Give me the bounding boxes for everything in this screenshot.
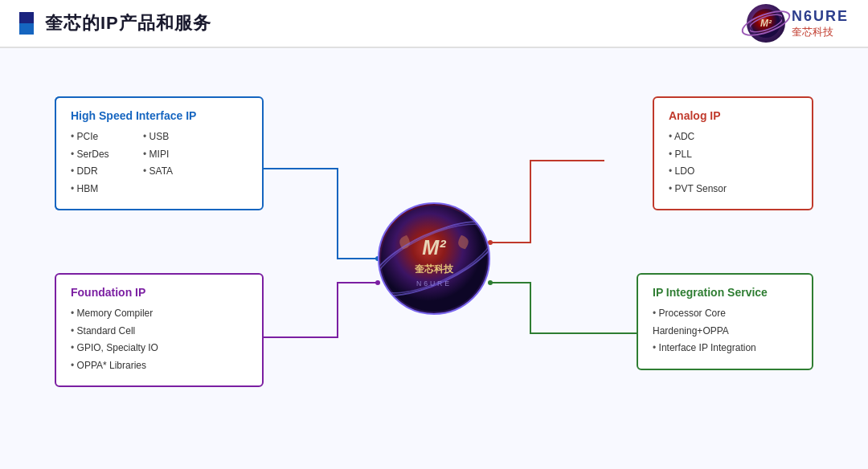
foundation-item-oppa: OPPA* Libraries bbox=[71, 357, 248, 375]
center-logo: M² 奎芯科技 N6URE bbox=[378, 202, 490, 315]
svg-point-0 bbox=[751, 9, 780, 38]
svg-text:奎芯科技: 奎芯科技 bbox=[415, 263, 454, 274]
hsi-item-mipi: MIPI bbox=[143, 146, 207, 164]
page-title: 奎芯的IP产品和服务 bbox=[45, 11, 211, 35]
hsi-item-usb: USB bbox=[143, 128, 207, 146]
hsi-box: High Speed Interface IP PCIe USB SerDes … bbox=[55, 96, 264, 210]
logo-circle: M² bbox=[747, 4, 785, 43]
logo-name-cn: 奎芯科技 bbox=[792, 25, 849, 39]
analog-list: ADC PLL LDO PVT Sensor bbox=[669, 128, 797, 198]
center-circle: M² 奎芯科技 N6URE bbox=[378, 202, 490, 315]
analog-item-adc: ADC bbox=[669, 128, 797, 146]
center-svg: M² 奎芯科技 N6URE bbox=[378, 204, 490, 313]
svg-point-7 bbox=[381, 206, 487, 312]
foundation-title: Foundation IP bbox=[71, 286, 248, 299]
svg-text:N6URE: N6URE bbox=[416, 279, 452, 288]
hsi-list: PCIe USB SerDes MIPI DDR SATA HBM bbox=[71, 128, 248, 198]
foundation-item-memory: Memory Compiler bbox=[71, 305, 248, 323]
analog-title: Analog IP bbox=[669, 109, 797, 122]
analog-item-pvt: PVT Sensor bbox=[669, 181, 797, 198]
integration-title: IP Integration Service bbox=[653, 286, 797, 299]
header: 奎芯的IP产品和服务 M² N6URE 奎芯科技 bbox=[0, 0, 868, 48]
logo-svg: M² bbox=[750, 7, 782, 39]
analog-box: Analog IP ADC PLL LDO PVT Sensor bbox=[653, 96, 813, 210]
main-diagram: High Speed Interface IP PCIe USB SerDes … bbox=[0, 48, 868, 469]
foundation-item-gpio: GPIO, Specialty IO bbox=[71, 340, 248, 357]
analog-item-ldo: LDO bbox=[669, 163, 797, 181]
svg-text:M²: M² bbox=[760, 18, 772, 29]
logo-name-en: N6URE bbox=[792, 8, 849, 25]
integration-item-processor: Processor CoreHardening+OPPA bbox=[653, 305, 797, 340]
foundation-box: Foundation IP Memory Compiler Standard C… bbox=[55, 273, 264, 387]
svg-text:M²: M² bbox=[422, 236, 446, 259]
integration-box: IP Integration Service Processor CoreHar… bbox=[637, 273, 813, 370]
hsi-item-ddr: DDR bbox=[71, 163, 135, 181]
logo-text: N6URE 奎芯科技 bbox=[792, 8, 849, 39]
hsi-item-pcie: PCIe bbox=[71, 128, 135, 146]
hsi-item-serdes: SerDes bbox=[71, 146, 135, 164]
hsi-title: High Speed Interface IP bbox=[71, 109, 248, 122]
analog-item-pll: PLL bbox=[669, 146, 797, 164]
foundation-item-stdcell: Standard Cell bbox=[71, 323, 248, 341]
header-accent bbox=[19, 12, 34, 35]
integration-list: Processor CoreHardening+OPPA Interface I… bbox=[653, 305, 797, 357]
logo-area: M² N6URE 奎芯科技 bbox=[747, 4, 849, 43]
hsi-item-hbm: HBM bbox=[71, 181, 135, 198]
foundation-list: Memory Compiler Standard Cell GPIO, Spec… bbox=[71, 305, 248, 374]
hsi-item-sata: SATA bbox=[143, 163, 207, 181]
integration-item-interface: Interface IP Integration bbox=[653, 340, 797, 357]
